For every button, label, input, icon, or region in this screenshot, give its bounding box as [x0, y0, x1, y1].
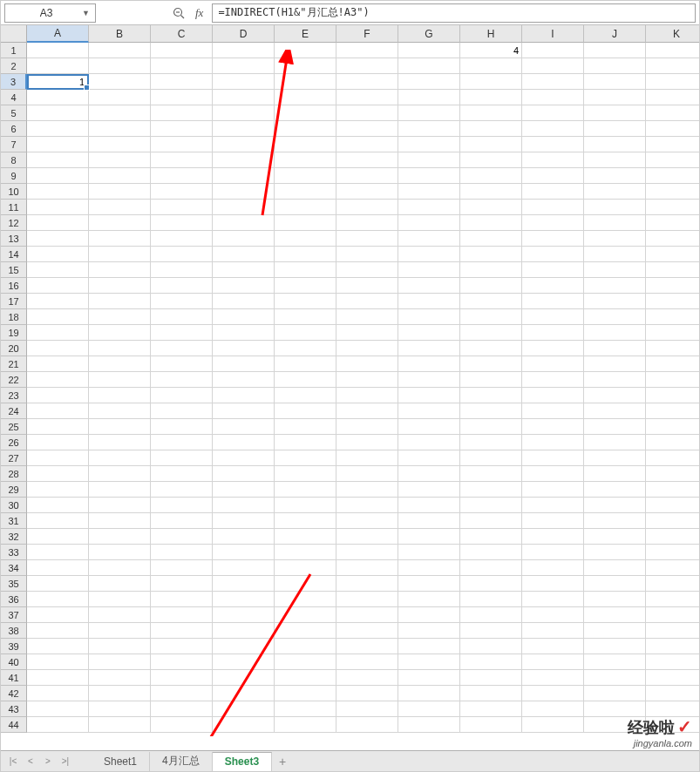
cell-I37[interactable]	[522, 607, 584, 623]
cell-B30[interactable]	[89, 498, 151, 513]
cell-E42[interactable]	[275, 686, 336, 701]
cell-H13[interactable]	[460, 231, 522, 247]
cell-E36[interactable]	[275, 592, 336, 607]
cell-F27[interactable]	[336, 450, 398, 466]
cell-I3[interactable]	[522, 74, 584, 90]
row-header-17[interactable]: 17	[1, 294, 27, 309]
cell-C13[interactable]	[151, 231, 213, 247]
cell-F42[interactable]	[336, 686, 398, 701]
name-box[interactable]: A3 ▼	[4, 3, 96, 23]
cell-H15[interactable]	[460, 262, 522, 278]
cell-D27[interactable]	[213, 450, 275, 466]
cell-H40[interactable]	[460, 654, 522, 670]
cell-J18[interactable]	[584, 309, 646, 325]
cell-F13[interactable]	[336, 231, 398, 247]
cell-H29[interactable]	[460, 482, 522, 498]
cell-B22[interactable]	[89, 372, 151, 388]
cell-F7[interactable]	[336, 137, 398, 152]
cell-C23[interactable]	[151, 388, 213, 403]
cell-J12[interactable]	[584, 215, 646, 231]
cell-H3[interactable]	[460, 74, 522, 90]
cell-D37[interactable]	[213, 607, 275, 623]
cell-A40[interactable]	[27, 654, 89, 670]
cell-A2[interactable]	[27, 58, 89, 74]
cell-D20[interactable]	[213, 341, 275, 356]
cell-G8[interactable]	[398, 152, 460, 168]
cell-K20[interactable]	[646, 341, 699, 356]
cell-K1[interactable]	[646, 43, 699, 58]
cell-A41[interactable]	[27, 670, 89, 686]
cell-G40[interactable]	[398, 654, 460, 670]
cell-A25[interactable]	[27, 419, 89, 435]
cell-G29[interactable]	[398, 482, 460, 498]
cell-K38[interactable]	[646, 623, 699, 639]
cell-K41[interactable]	[646, 670, 699, 686]
cell-G10[interactable]	[398, 184, 460, 200]
cell-I31[interactable]	[522, 513, 584, 529]
cell-C41[interactable]	[151, 670, 213, 686]
cell-J3[interactable]	[584, 74, 646, 90]
zoom-out-icon[interactable]	[171, 5, 187, 21]
row-header-44[interactable]: 44	[1, 717, 27, 733]
cell-D28[interactable]	[213, 466, 275, 482]
cell-A35[interactable]	[27, 576, 89, 592]
cell-C33[interactable]	[151, 545, 213, 560]
cell-A13[interactable]	[27, 231, 89, 247]
cell-G34[interactable]	[398, 560, 460, 576]
row-header-42[interactable]: 42	[1, 686, 27, 701]
cell-K22[interactable]	[646, 372, 699, 388]
cell-K42[interactable]	[646, 686, 699, 701]
cell-B37[interactable]	[89, 607, 151, 623]
cell-K4[interactable]	[646, 90, 699, 105]
cell-A19[interactable]	[27, 325, 89, 341]
row-header-26[interactable]: 26	[1, 435, 27, 450]
col-header-A[interactable]: A	[27, 25, 89, 43]
cell-I18[interactable]	[522, 309, 584, 325]
cell-F37[interactable]	[336, 607, 398, 623]
cell-I20[interactable]	[522, 341, 584, 356]
cell-H20[interactable]	[460, 341, 522, 356]
cell-J44[interactable]	[584, 717, 646, 733]
cell-H41[interactable]	[460, 670, 522, 686]
row-header-6[interactable]: 6	[1, 121, 27, 137]
cell-H16[interactable]	[460, 278, 522, 294]
cell-J22[interactable]	[584, 372, 646, 388]
cell-H22[interactable]	[460, 372, 522, 388]
cell-B43[interactable]	[89, 701, 151, 717]
cell-F5[interactable]	[336, 105, 398, 121]
cell-E8[interactable]	[275, 152, 336, 168]
cell-E37[interactable]	[275, 607, 336, 623]
cell-J8[interactable]	[584, 152, 646, 168]
cell-C42[interactable]	[151, 686, 213, 701]
cell-G42[interactable]	[398, 686, 460, 701]
cell-H28[interactable]	[460, 466, 522, 482]
cell-D4[interactable]	[213, 90, 275, 105]
cell-K34[interactable]	[646, 560, 699, 576]
cell-H4[interactable]	[460, 90, 522, 105]
cell-I24[interactable]	[522, 403, 584, 419]
cell-H39[interactable]	[460, 639, 522, 654]
cell-E10[interactable]	[275, 184, 336, 200]
cell-I34[interactable]	[522, 560, 584, 576]
cell-A12[interactable]	[27, 215, 89, 231]
cell-G27[interactable]	[398, 450, 460, 466]
cell-A1[interactable]	[27, 43, 89, 58]
cell-I44[interactable]	[522, 717, 584, 733]
cell-F14[interactable]	[336, 247, 398, 262]
cell-C30[interactable]	[151, 498, 213, 513]
cell-H43[interactable]	[460, 701, 522, 717]
cell-F12[interactable]	[336, 215, 398, 231]
cell-J13[interactable]	[584, 231, 646, 247]
row-header-18[interactable]: 18	[1, 309, 27, 325]
cell-B18[interactable]	[89, 309, 151, 325]
cell-G35[interactable]	[398, 576, 460, 592]
cell-E16[interactable]	[275, 278, 336, 294]
cell-J10[interactable]	[584, 184, 646, 200]
cell-K8[interactable]	[646, 152, 699, 168]
cell-I35[interactable]	[522, 576, 584, 592]
cell-C18[interactable]	[151, 309, 213, 325]
row-header-1[interactable]: 1	[1, 43, 27, 58]
cell-E12[interactable]	[275, 215, 336, 231]
cell-G2[interactable]	[398, 58, 460, 74]
cell-D13[interactable]	[213, 231, 275, 247]
